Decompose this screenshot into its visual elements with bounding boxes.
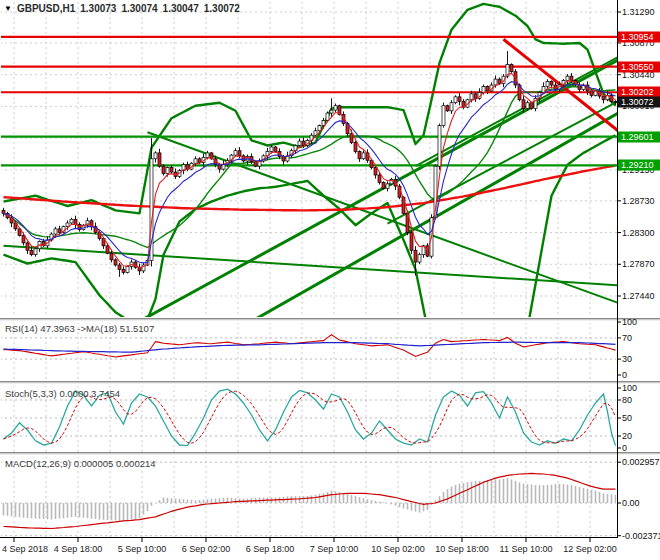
chart-title: ▼ GBPUSD,H1 1.30073 1.30074 1.30047 1.30… [4, 3, 240, 14]
price-tick-label: 1.27440 [622, 291, 655, 301]
stoch-scale-label: 50 [622, 413, 632, 423]
panel-splitter-rsi[interactable] [0, 318, 660, 321]
time-tick-label: 4 Sep 2018 [2, 544, 48, 554]
mt4-chart-window: ▼ GBPUSD,H1 1.30073 1.30074 1.30047 1.30… [0, 0, 660, 560]
time-axis-border [0, 537, 618, 538]
support-level-badge: 1.29210 [618, 160, 660, 171]
price-tick-label: 1.28730 [622, 196, 655, 206]
stoch-indicator-label: Stoch(5,3,3) 0.0000 3.7454 [5, 388, 120, 399]
support-level-badge: 1.29601 [618, 131, 660, 142]
macd-indicator-label: MACD(12,26,9) 0.000005 0.000214 [5, 458, 156, 469]
symbol-period-label: GBPUSD,H1 [17, 3, 75, 14]
price-axis-border [617, 0, 618, 538]
price-tick-label: 1.31290 [622, 7, 655, 17]
rsi-scale-label: 0 [622, 370, 627, 380]
stoch-scale-label: 80 [622, 395, 632, 405]
time-tick-label: 7 Sep 10:00 [310, 544, 359, 554]
rsi-scale-label: 100 [622, 317, 637, 327]
ohlc-close: 1.30072 [204, 3, 240, 14]
panel-splitter-macd[interactable] [0, 452, 660, 455]
stoch-scale-label: 20 [622, 431, 632, 441]
time-tick-label: 4 Sep 18:00 [54, 544, 103, 554]
symbol-dropdown-icon[interactable]: ▼ [4, 4, 12, 13]
rsi-scale-label: 70 [622, 333, 632, 343]
macd-scale-label: 0.00 [622, 498, 640, 508]
ohlc-low: 1.30047 [163, 3, 199, 14]
macd-scale-label: -0.002371 [622, 531, 660, 541]
resistance-level-badge: 1.30550 [618, 61, 660, 72]
time-tick-label: 12 Sep 02:00 [563, 544, 617, 554]
resistance-level-badge: 1.30954 [618, 31, 660, 42]
time-tick-label: 10 Sep 02:00 [371, 544, 425, 554]
macd-scale-label: 0.002957 [622, 457, 660, 467]
panel-splitter-stoch[interactable] [0, 381, 660, 384]
time-tick-label: 6 Sep 18:00 [246, 544, 295, 554]
time-tick-label: 6 Sep 02:00 [182, 544, 231, 554]
ohlc-open: 1.30073 [80, 3, 116, 14]
stoch-scale-label: 100 [622, 383, 637, 393]
chart-canvas[interactable] [0, 0, 660, 560]
time-tick-label: 5 Sep 10:00 [118, 544, 167, 554]
price-tick-label: 1.28300 [622, 228, 655, 238]
rsi-indicator-label: RSI(14) 47.3963 ->MA(18) 51.5107 [5, 323, 154, 334]
rsi-scale-label: 30 [622, 354, 632, 364]
current-price-badge: 1.30072 [618, 96, 660, 107]
price-tick-label: 1.27870 [622, 259, 655, 269]
ohlc-high: 1.30074 [121, 3, 157, 14]
time-tick-label: 11 Sep 10:00 [500, 544, 553, 554]
stoch-scale-label: 0 [622, 443, 627, 453]
time-tick-label: 10 Sep 18:00 [435, 544, 489, 554]
